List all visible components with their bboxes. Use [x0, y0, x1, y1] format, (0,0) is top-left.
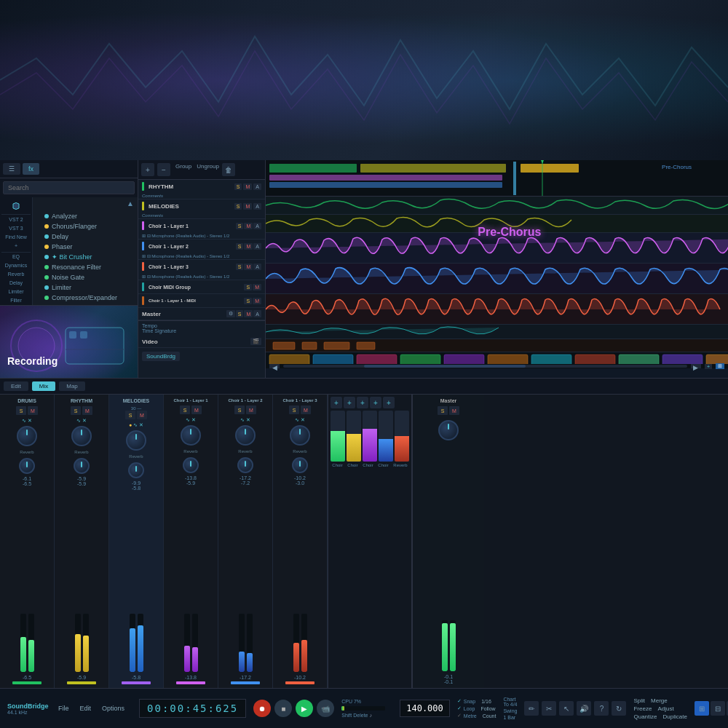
choir3-m-btn[interactable]: M — [244, 264, 253, 270]
grid-btn-2[interactable]: ⊟ — [711, 701, 725, 716]
choir3-pan-knob[interactable] — [290, 425, 310, 446]
split-action[interactable]: Split — [633, 697, 645, 704]
master-a-btn[interactable]: A — [253, 310, 261, 317]
freeze-action[interactable]: Freeze — [633, 705, 652, 712]
melodies-a-btn[interactable]: A — [253, 203, 261, 210]
master-icon-btn[interactable]: ⚙ — [226, 310, 235, 317]
master-m-btn[interactable]: M — [244, 310, 253, 317]
plugin-chorus[interactable]: Chorus/Flanger — [33, 221, 138, 232]
duplicate-action[interactable]: Duplicate — [663, 713, 687, 720]
choir1-reverb-knob[interactable] — [183, 457, 199, 473]
rhythm-mix-s-btn[interactable]: S — [71, 406, 81, 415]
rhythm-s-btn[interactable]: S — [234, 183, 242, 190]
add-channel-1-btn[interactable]: + — [331, 397, 342, 408]
rhythm-reverb-knob[interactable] — [74, 458, 90, 474]
zoom-out-btn[interactable]: ⊞ — [716, 363, 724, 369]
add-channel-5-btn[interactable]: + — [383, 397, 395, 408]
select-tool[interactable]: ✂ — [542, 701, 556, 716]
adjust-action[interactable]: Adjust — [657, 705, 673, 712]
vst2-label[interactable]: VST 2 — [1, 215, 31, 223]
master-mix-m-btn[interactable]: M — [449, 406, 459, 415]
tab-browser[interactable]: ☰ — [3, 163, 20, 175]
add-channel-3-btn[interactable]: + — [357, 397, 368, 408]
melodies-pan-knob[interactable] — [126, 430, 146, 451]
rhythm-mix-m-btn[interactable]: M — [82, 406, 92, 415]
merge-action[interactable]: Merge — [651, 697, 668, 704]
scroll-left-btn[interactable]: ◀ — [269, 364, 280, 368]
search-input[interactable] — [3, 181, 135, 194]
choir2-reverb-knob[interactable] — [237, 457, 253, 473]
melodies-m-btn[interactable]: M — [243, 203, 252, 210]
timeline-scrollbar[interactable]: ◀ ▶ + ⊞ — [266, 364, 728, 368]
rhythm-pan-knob[interactable] — [71, 426, 92, 446]
vst3-label[interactable]: VST 3 — [1, 224, 31, 232]
choir1-s-btn[interactable]: S — [236, 223, 244, 229]
master-pan-knob[interactable] — [438, 420, 459, 440]
find-new-label[interactable]: Find New — [1, 233, 31, 241]
melodies-reverb-knob[interactable] — [128, 462, 144, 478]
edit-tab[interactable]: Edit — [4, 381, 28, 391]
edit-menu[interactable]: Edit — [80, 705, 92, 712]
rhythm-m-btn[interactable]: M — [243, 183, 252, 190]
draw-tool[interactable]: ✏ — [524, 701, 539, 716]
master-mix-s-btn[interactable]: S — [438, 406, 448, 415]
choir2-a-btn[interactable]: A — [253, 243, 261, 250]
plugin-noisegate[interactable]: Noise Gate — [33, 272, 138, 282]
master-s-btn[interactable]: S — [236, 310, 244, 317]
tab-fx[interactable]: fx — [23, 163, 39, 175]
drums-m-btn[interactable]: M — [28, 406, 38, 415]
stop-btn[interactable]: ■ — [274, 700, 292, 717]
scroll-right-btn[interactable]: ▶ — [691, 364, 701, 368]
plugin-bitcrusher[interactable]: ✦ Bit Crusher — [33, 252, 138, 262]
choir1-m-btn[interactable]: M — [244, 223, 253, 229]
help-tool[interactable]: ? — [594, 701, 609, 716]
choir3-mix-m-btn[interactable]: M — [301, 405, 311, 414]
choir2-mix-s-btn[interactable]: S — [234, 405, 245, 414]
refresh-tool[interactable]: ↻ — [612, 701, 626, 716]
grid-btn-1[interactable]: ⊞ — [695, 701, 709, 716]
choir3-mix-s-btn[interactable]: S — [289, 405, 299, 414]
choir2-s-btn[interactable]: S — [236, 243, 244, 250]
plugin-limiter[interactable]: Limiter — [33, 282, 138, 293]
choirmidi-m-btn[interactable]: M — [253, 284, 261, 290]
remove-track-btn[interactable]: − — [157, 163, 170, 176]
add-channel-2-btn[interactable]: + — [344, 397, 355, 408]
drums-pan-knob[interactable] — [17, 426, 37, 446]
choir1midi-s-btn[interactable]: S — [244, 298, 252, 304]
plugin-phaser[interactable]: Phaser — [33, 242, 138, 252]
plugin-delay[interactable]: Delay — [33, 232, 138, 242]
choirmidi-s-btn[interactable]: S — [244, 284, 252, 290]
drums-s-btn[interactable]: S — [16, 406, 26, 415]
choir2-mix-m-btn[interactable]: M — [246, 405, 256, 414]
choir1-mix-m-btn[interactable]: M — [191, 405, 202, 414]
plugin-compressor[interactable]: Compressor/Expander — [33, 293, 138, 303]
zoom-in-btn[interactable]: + — [705, 364, 712, 369]
melodies-mix-m-btn[interactable]: M — [137, 411, 147, 419]
plugin-analyzer[interactable]: Analyzer — [33, 211, 138, 221]
drums-reverb-knob[interactable] — [19, 458, 35, 474]
mix-tab[interactable]: Mix — [32, 381, 55, 391]
speaker-tool[interactable]: 🔊 — [577, 701, 591, 716]
camera-btn[interactable]: 📹 — [317, 700, 334, 717]
quantize-action[interactable]: Quantize — [633, 713, 657, 720]
pointer-tool[interactable]: ↖ — [559, 701, 574, 716]
choir3-a-btn[interactable]: A — [253, 264, 261, 270]
record-btn[interactable]: ⏺ — [253, 700, 271, 717]
map-tab[interactable]: Map — [59, 381, 85, 391]
rhythm-a-btn[interactable]: A — [253, 183, 261, 190]
choir1midi-m-btn[interactable]: M — [253, 298, 261, 304]
choir1-mix-s-btn[interactable]: S — [180, 405, 190, 414]
video-icon-btn[interactable]: 🎬 — [250, 338, 261, 345]
delete-track-btn[interactable]: 🗑 — [222, 163, 235, 176]
choir2-pan-knob[interactable] — [235, 425, 256, 446]
choir3-s-btn[interactable]: S — [236, 264, 244, 270]
choir1-pan-knob[interactable] — [181, 425, 201, 446]
melodies-s-btn[interactable]: S — [234, 203, 242, 210]
choir1-a-btn[interactable]: A — [253, 223, 261, 229]
add-channel-4-btn[interactable]: + — [370, 397, 381, 408]
choir2-m-btn[interactable]: M — [244, 243, 253, 250]
options-menu[interactable]: Options — [102, 705, 124, 712]
play-btn[interactable]: ▶ — [296, 700, 313, 717]
add-track-btn[interactable]: + — [141, 163, 154, 176]
file-menu[interactable]: File — [58, 705, 69, 712]
